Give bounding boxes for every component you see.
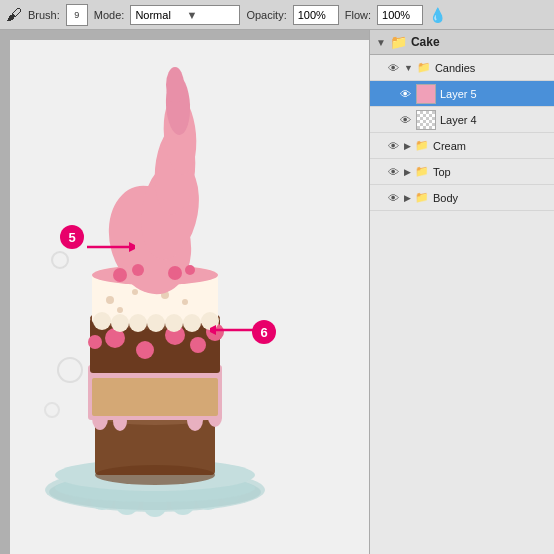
layer4-label: Layer 4 (440, 114, 550, 126)
mode-dropdown[interactable]: Normal ▼ (130, 5, 240, 25)
svg-marker-59 (210, 325, 216, 335)
layer-group-top[interactable]: 👁 ▶ 📁 Top (370, 159, 554, 185)
svg-point-55 (45, 403, 59, 417)
canvas-area[interactable]: 5 6 (0, 30, 369, 554)
annotation-5: 5 (60, 225, 84, 249)
eye-icon-candies[interactable]: 👁 (386, 62, 400, 74)
eye-icon-layer4[interactable]: 👁 (398, 114, 412, 126)
toolbar: 🖌 Brush: 9 Mode: Normal ▼ Opacity: 100% … (0, 0, 554, 30)
top-group-label: Top (433, 166, 550, 178)
eye-icon-top[interactable]: 👁 (386, 166, 400, 178)
panel-collapse-arrow[interactable]: ▼ (376, 37, 386, 48)
flow-label: Flow: (345, 9, 371, 21)
svg-point-52 (185, 265, 195, 275)
panel-folder-icon: 📁 (390, 34, 407, 50)
svg-point-38 (132, 289, 138, 295)
expand-arrow-candies[interactable]: ▼ (404, 63, 413, 73)
flow-value-field[interactable]: 100% (377, 5, 423, 25)
svg-point-48 (166, 67, 184, 103)
airbrush-icon[interactable]: 💧 (429, 7, 446, 23)
folder-icon-body: 📁 (415, 191, 429, 204)
folder-icon-cream: 📁 (415, 139, 429, 152)
eye-icon-cream[interactable]: 👁 (386, 140, 400, 152)
body-group-label: Body (433, 192, 550, 204)
mode-dropdown-arrow: ▼ (186, 9, 235, 21)
svg-point-13 (95, 465, 215, 485)
candies-group-label: Candies (435, 62, 550, 74)
mode-value: Normal (135, 9, 184, 21)
svg-point-31 (111, 314, 129, 332)
svg-point-35 (183, 314, 201, 332)
layers-panel-header: ▼ 📁 Cake (370, 30, 554, 55)
layer-row-layer4[interactable]: 👁 Layer 4 (370, 107, 554, 133)
svg-point-37 (106, 296, 114, 304)
svg-point-54 (58, 358, 82, 382)
svg-point-30 (93, 312, 111, 330)
layer-group-body[interactable]: 👁 ▶ 📁 Body (370, 185, 554, 211)
expand-arrow-top[interactable]: ▶ (404, 167, 411, 177)
arrow-5 (85, 237, 135, 257)
brush-preview[interactable]: 9 (66, 4, 88, 26)
main-area: 5 6 ▼ 📁 Cake 👁 ▼ 📁 Candies (0, 30, 554, 554)
svg-point-34 (165, 314, 183, 332)
layer-group-cream[interactable]: 👁 ▶ 📁 Cream (370, 133, 554, 159)
svg-rect-19 (92, 378, 218, 416)
svg-point-27 (88, 335, 102, 349)
cake-illustration (20, 60, 290, 520)
svg-point-33 (147, 314, 165, 332)
cream-group-label: Cream (433, 140, 550, 152)
eye-icon-body[interactable]: 👁 (386, 192, 400, 204)
panel-title: Cake (411, 35, 440, 49)
opacity-value-field[interactable]: 100% (293, 5, 339, 25)
svg-point-51 (168, 266, 182, 280)
annotation-5-number: 5 (68, 230, 75, 245)
brush-label: Brush: (28, 9, 60, 21)
expand-arrow-cream[interactable]: ▶ (404, 141, 411, 151)
svg-marker-57 (129, 242, 135, 252)
svg-point-25 (190, 337, 206, 353)
layer-row-layer5[interactable]: 👁 Layer 5 (370, 81, 554, 107)
folder-icon-candies: 📁 (417, 61, 431, 74)
layers-panel: ▼ 📁 Cake 👁 ▼ 📁 Candies 👁 Layer 5 👁 Layer (369, 30, 554, 554)
expand-arrow-body[interactable]: ▶ (404, 193, 411, 203)
brush-size: 9 (74, 10, 79, 20)
svg-point-40 (182, 299, 188, 305)
layer-group-candies[interactable]: 👁 ▼ 📁 Candies (370, 55, 554, 81)
svg-point-23 (136, 341, 154, 359)
folder-icon-top: 📁 (415, 165, 429, 178)
mode-label: Mode: (94, 9, 125, 21)
svg-point-49 (113, 268, 127, 282)
annotation-6-number: 6 (260, 325, 267, 340)
layer5-label: Layer 5 (440, 88, 550, 100)
layer-thumb-layer5 (416, 84, 436, 104)
layer-thumb-layer4 (416, 110, 436, 130)
svg-point-53 (52, 252, 68, 268)
opacity-label: Opacity: (246, 9, 286, 21)
svg-point-41 (117, 307, 123, 313)
svg-point-50 (132, 264, 144, 276)
brush-tool-icon[interactable]: 🖌 (6, 6, 22, 24)
arrow-6 (210, 320, 260, 340)
eye-icon-layer5[interactable]: 👁 (398, 88, 412, 100)
svg-point-32 (129, 314, 147, 332)
